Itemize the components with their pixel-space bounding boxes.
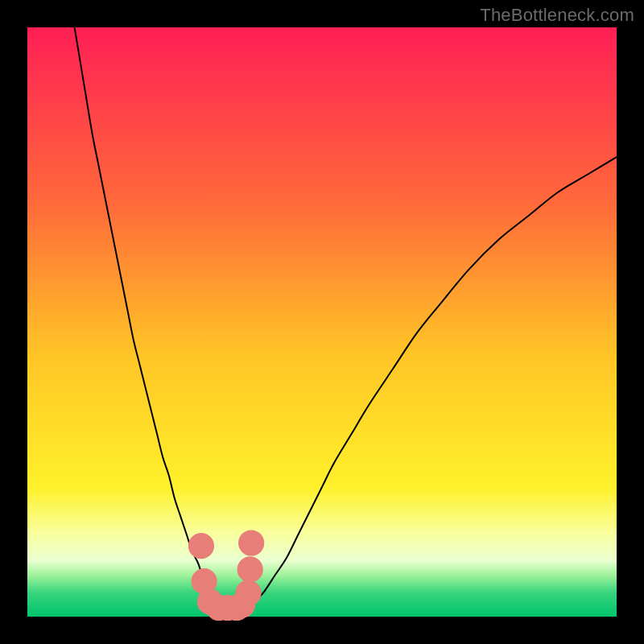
chart-plot-area [27, 27, 617, 617]
bottleneck-curve [75, 27, 617, 611]
bottleneck-marker [237, 556, 263, 582]
bottleneck-marker [238, 530, 264, 555]
bottleneck-marker [235, 580, 261, 606]
watermark-label: TheBottleneck.com [480, 5, 634, 26]
chart-svg [27, 27, 617, 617]
bottleneck-marker [188, 533, 214, 559]
chart-frame: TheBottleneck.com [0, 0, 644, 644]
